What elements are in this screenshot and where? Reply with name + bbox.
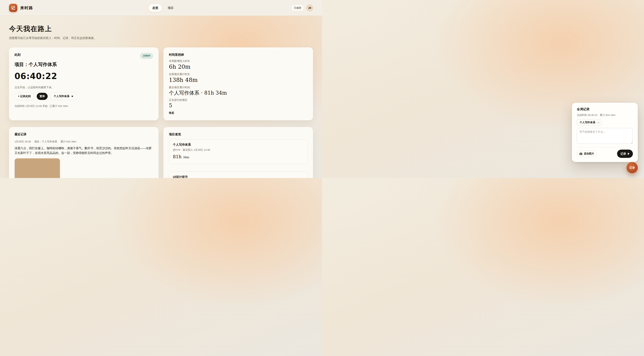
project-hours: 81h 34m xyxy=(173,154,304,160)
app-title: 来时路 xyxy=(20,5,33,10)
hero-section: 今天我在路上 清楚看到自己从零开始的真实投入：时间、记录、和正在走的那条路。 xyxy=(9,24,313,40)
project-name: UI设计提升 xyxy=(173,175,304,178)
project-meta: 进行中 · 最近投入 1月29日 12:48 xyxy=(173,148,304,151)
stat-value: 5 xyxy=(169,102,308,108)
page-subtitle: 清楚看到自己从零开始的真实投入：时间、记录、和正在走的那条路。 xyxy=(9,36,313,40)
page-body: 今天我在路上 清楚看到自己从零开始的真实投入：时间、记录、和正在走的那条路。 此… xyxy=(0,24,322,178)
stat-label: 最近项目累计时间 xyxy=(169,86,308,89)
projects-overview-card: 项目速览 个人写作体系 进行中 · 最近投入 1月29日 12:48 81h 3… xyxy=(164,127,313,178)
project-name: 个人写作体系 xyxy=(173,143,304,147)
app-header: 记 来时路 总览 项目 已保存 20 xyxy=(0,0,322,16)
cards-grid: 此刻 计时中 项目：个人写作体系 06:40:22 点击开始，让这段时间被留下来… xyxy=(9,47,313,178)
project-item[interactable]: UI设计提升 xyxy=(169,172,308,178)
timer-hint: 点击开始，让这段时间被留下来。 xyxy=(14,86,153,89)
stat-value: 6h 20m xyxy=(169,64,308,70)
project-select-button[interactable]: 个人写作体系 xyxy=(50,93,77,100)
collapse-link[interactable]: 收起 xyxy=(169,111,174,115)
chevron-down-icon xyxy=(71,96,74,97)
project-item[interactable]: 个人写作体系 进行中 · 最近投入 1月29日 12:48 81h 34m xyxy=(169,139,308,164)
counter-badge[interactable]: 20 xyxy=(306,5,313,11)
stat-label: 全部项目累计时长 xyxy=(169,72,308,76)
main-tabs: 总览 项目 xyxy=(148,4,174,12)
stat-label: 正在进行的项目 xyxy=(169,98,308,102)
milestones-card-title: 时间里程碑 xyxy=(169,53,308,57)
now-card: 此刻 计时中 项目：个人写作体系 06:40:22 点击开始，让这段时间被留下来… xyxy=(9,47,158,120)
entry-total: 累计 81h 34m xyxy=(61,140,76,143)
session-summary: 当前时段 1月29日 12:48 开始 · 已累计 81h 34m xyxy=(14,104,153,108)
now-card-title: 此刻 xyxy=(14,53,20,57)
stat-value: 138h 48m xyxy=(169,77,308,83)
recent-card-title: 最近记录 xyxy=(14,132,153,136)
log-moment-button[interactable]: + 记录此刻 xyxy=(14,93,34,100)
current-project-line: 项目：个人写作体系 xyxy=(14,61,153,67)
project-select-label: 个人写作体系 xyxy=(54,95,70,98)
page-title: 今天我在路上 xyxy=(9,24,313,33)
stat-label: 本周新增投入时长 xyxy=(169,59,308,63)
tab-projects[interactable]: 项目 xyxy=(168,6,174,10)
header-right: 已保存 20 xyxy=(291,5,313,11)
entry-body: 清晨六点，雨打在窗上。咖啡机咕嘟响，满屋子香气。翻开书，纸页沙沙的。突然想起昨天… xyxy=(14,146,153,155)
logo-icon: 记 xyxy=(9,4,17,12)
entry-photo[interactable] xyxy=(14,158,60,178)
timing-status-badge: 计时中 xyxy=(140,53,153,59)
saved-status-badge: 已保存 xyxy=(291,5,304,11)
entry-time: 1月29日 19:28 xyxy=(14,140,31,143)
pause-button[interactable]: 暂停 xyxy=(37,93,48,100)
tab-overview[interactable]: 总览 xyxy=(148,4,162,12)
projects-card-title: 项目速览 xyxy=(169,132,308,136)
recent-entries-card: 最近记录 1月29日 19:28 项目：个人写作体系 累计 81h 34m 清晨… xyxy=(9,127,158,178)
timer-actions: + 记录此刻 暂停 个人写作体系 xyxy=(14,93,153,100)
milestones-card: 时间里程碑 本周新增投入时长 6h 20m 全部项目累计时长 138h 48m … xyxy=(164,47,313,120)
stat-value: 个人写作体系 · 81h 34m xyxy=(169,90,308,96)
entry-meta: 1月29日 19:28 项目：个人写作体系 累计 81h 34m xyxy=(14,140,153,143)
session-timer: 06:40:22 xyxy=(14,72,153,81)
entry-project: 项目：个人写作体系 xyxy=(34,140,57,143)
app-logo[interactable]: 记 来时路 xyxy=(9,4,33,12)
